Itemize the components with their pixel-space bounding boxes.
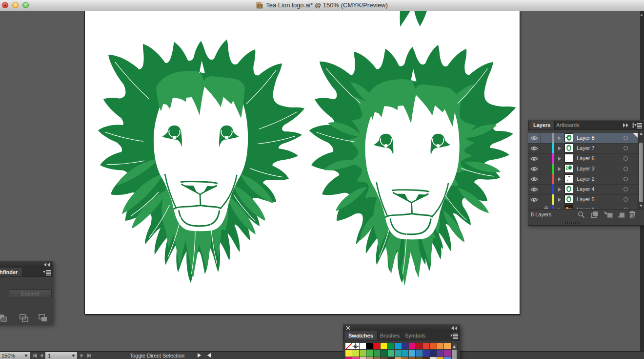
- svg-text:Ai: Ai: [259, 5, 262, 8]
